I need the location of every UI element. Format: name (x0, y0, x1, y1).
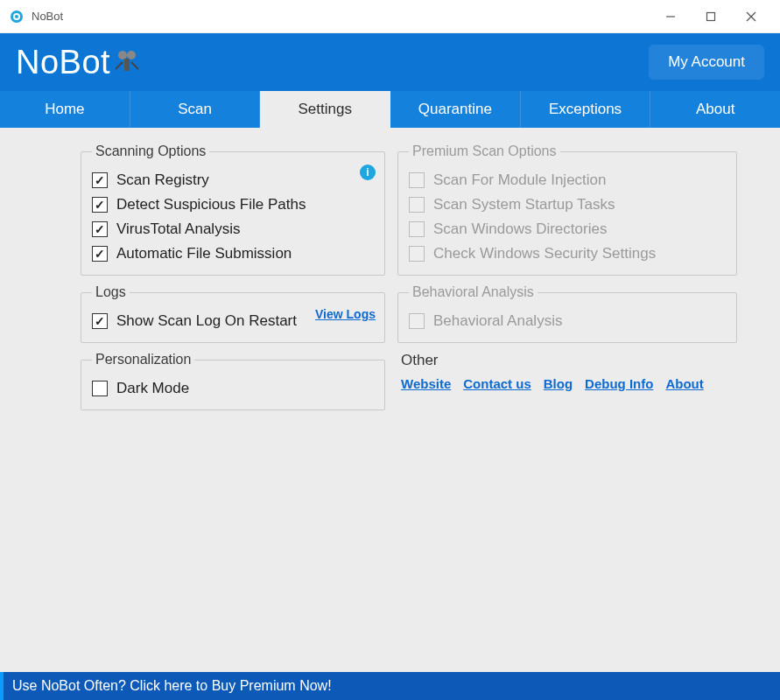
premium-footer[interactable]: Use NoBot Often? Click here to Buy Premi… (0, 672, 780, 700)
scanning-options-legend: Scanning Options (92, 144, 209, 159)
logs-group: Logs View Logs Show Scan Log On Restart (81, 284, 385, 343)
view-logs-link[interactable]: View Logs (315, 307, 376, 321)
svg-rect-4 (707, 12, 715, 20)
premium-legend: Premium Scan Options (409, 144, 560, 159)
label-dark-mode: Dark Mode (116, 380, 189, 397)
svg-line-11 (131, 62, 138, 69)
tab-exceptions[interactable]: Exceptions (521, 91, 651, 128)
behavioral-legend: Behavioral Analysis (409, 284, 538, 300)
maximize-button[interactable] (691, 4, 731, 30)
mascot-icon (114, 46, 142, 78)
behavioral-group: Behavioral Analysis Behavioral Analysis (397, 284, 737, 343)
label-windows-dirs: Scan Windows Directories (433, 220, 607, 238)
svg-rect-9 (124, 59, 130, 71)
other-links: Website Contact us Blog Debug Info About (401, 376, 734, 391)
label-virustotal: VirusTotal Analysis (116, 220, 240, 238)
label-behavioral: Behavioral Analysis (433, 312, 562, 330)
tab-scan[interactable]: Scan (130, 91, 261, 128)
option-detect-paths[interactable]: Detect Suspicious File Paths (92, 191, 374, 215)
tab-home[interactable]: Home (0, 91, 130, 128)
app-banner: NoBot My Account (0, 33, 780, 91)
option-virustotal[interactable]: VirusTotal Analysis (92, 215, 374, 240)
link-website[interactable]: Website (401, 376, 451, 391)
link-about[interactable]: About (665, 376, 703, 391)
label-auto-submit: Automatic File Submission (116, 245, 292, 262)
tab-about[interactable]: About (650, 91, 780, 128)
label-scan-registry: Scan Registry (116, 172, 209, 189)
window-titlebar: NoBot (0, 0, 780, 33)
checkbox-module-injection (409, 172, 425, 188)
label-module-injection: Scan For Module Injection (433, 172, 607, 189)
option-dark-mode[interactable]: Dark Mode (92, 374, 374, 399)
my-account-button[interactable]: My Account (649, 45, 764, 80)
checkbox-auto-submit[interactable] (92, 246, 108, 262)
tab-quarantine[interactable]: Quarantine (390, 91, 521, 128)
checkbox-detect-paths[interactable] (92, 197, 108, 213)
window-title: NoBot (32, 10, 63, 23)
link-blog[interactable]: Blog (544, 376, 573, 391)
checkbox-startup-tasks (409, 197, 425, 213)
other-title: Other (401, 352, 734, 369)
settings-content: Scanning Options i Scan Registry Detect … (0, 128, 780, 672)
close-button[interactable] (731, 4, 771, 30)
settings-right-column: Premium Scan Options Scan For Module Inj… (397, 144, 737, 672)
main-tabs: Home Scan Settings Quarantine Exceptions… (0, 91, 780, 128)
option-behavioral: Behavioral Analysis (409, 307, 726, 332)
tab-settings[interactable]: Settings (260, 91, 390, 128)
svg-point-2 (15, 15, 18, 18)
logo-text: NoBot (16, 44, 110, 81)
checkbox-windows-dirs (409, 221, 425, 237)
checkbox-behavioral (409, 313, 425, 329)
other-section: Other Website Contact us Blog Debug Info… (397, 352, 737, 391)
option-security-settings: Check Windows Security Settings (409, 240, 726, 264)
checkbox-virustotal[interactable] (92, 221, 108, 237)
link-debug[interactable]: Debug Info (585, 376, 653, 391)
label-security-settings: Check Windows Security Settings (433, 245, 656, 262)
label-show-log-restart: Show Scan Log On Restart (116, 312, 297, 330)
personalization-group: Personalization Dark Mode (81, 352, 385, 410)
option-scan-registry[interactable]: Scan Registry (92, 166, 374, 191)
label-startup-tasks: Scan System Startup Tasks (433, 196, 615, 214)
window-controls (650, 4, 771, 30)
option-windows-dirs: Scan Windows Directories (409, 215, 726, 240)
checkbox-show-log-restart[interactable] (92, 313, 108, 329)
svg-point-8 (127, 51, 136, 60)
checkbox-scan-registry[interactable] (92, 172, 108, 188)
scanning-options-group: Scanning Options i Scan Registry Detect … (81, 144, 385, 276)
premium-group: Premium Scan Options Scan For Module Inj… (397, 144, 737, 276)
svg-point-7 (118, 51, 127, 60)
option-startup-tasks: Scan System Startup Tasks (409, 191, 726, 215)
checkbox-dark-mode[interactable] (92, 381, 108, 396)
svg-line-10 (116, 62, 123, 69)
footer-text: Use NoBot Often? Click here to Buy Premi… (12, 678, 332, 694)
label-detect-paths: Detect Suspicious File Paths (116, 196, 306, 214)
link-contact[interactable]: Contact us (463, 376, 531, 391)
info-icon[interactable]: i (360, 164, 376, 180)
settings-left-column: Scanning Options i Scan Registry Detect … (81, 144, 385, 672)
logs-legend: Logs (92, 284, 130, 300)
app-logo: NoBot (16, 44, 142, 81)
option-auto-submit[interactable]: Automatic File Submission (92, 240, 374, 264)
minimize-button[interactable] (650, 4, 691, 30)
personalization-legend: Personalization (92, 352, 194, 368)
app-icon (9, 9, 25, 24)
checkbox-security-settings (409, 246, 425, 262)
option-module-injection: Scan For Module Injection (409, 166, 726, 191)
